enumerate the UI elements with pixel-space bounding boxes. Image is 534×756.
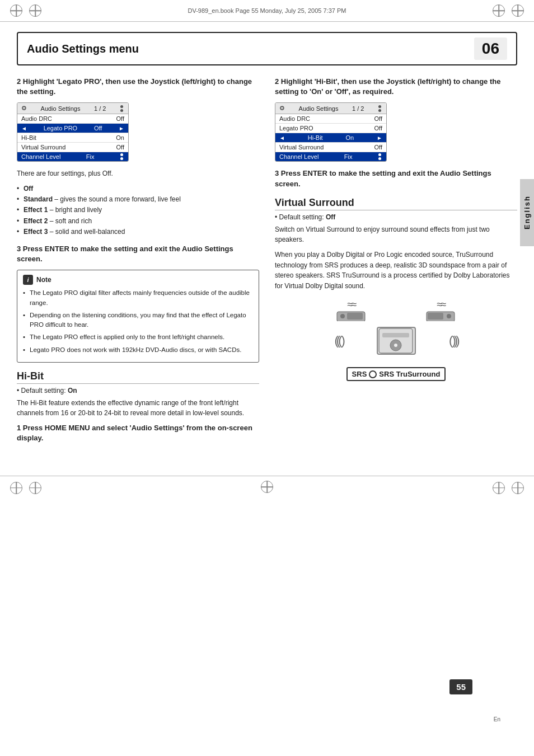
vs-dvd-player (377, 327, 416, 355)
setting-effect1: Effect 1 – bright and lively (17, 205, 259, 215)
table2-row-legatopro: Legato PRO Off (275, 124, 386, 133)
table2-title: Audio Settings (299, 105, 339, 112)
table1-scroll (120, 105, 124, 112)
srs-circle (369, 370, 377, 378)
setting-effect2: Effect 2 – soft and rich (17, 216, 259, 227)
note-icon: i (23, 275, 33, 285)
vs-speaker-left-top: ≈≈ (335, 299, 368, 321)
svg-rect-7 (382, 333, 409, 337)
table2-gear-icon: ⚙ (279, 105, 285, 112)
setting-effect3: Effect 3 – solid and well-balanced (17, 227, 259, 237)
note-box: i Note The Legato PRO digital filter aff… (17, 270, 259, 363)
vs-right-waves: ( ))) (449, 334, 457, 348)
audio-settings-table-2: ⚙ Audio Settings 1 / 2 Audio DRC Off Leg (275, 102, 387, 162)
table2-cl-label: Channel Level (279, 153, 318, 160)
table2-audiodrc-label: Audio DRC (279, 115, 310, 122)
speaker-body-right (425, 311, 456, 321)
note-2: Depending on the listening conditions, y… (23, 311, 253, 330)
table1-arrow-left: ◄ (21, 125, 27, 132)
table1-row-hibit: Hi-Bit On (17, 133, 128, 143)
note-label: Note (36, 276, 51, 284)
table1-title: Audio Settings (41, 105, 81, 112)
step3-right-heading: 3 Press ENTER to make the setting and ex… (275, 168, 517, 189)
table1-hibit-label: Hi-Bit (21, 134, 36, 141)
vs-speaker-right-top: ≈≈ (424, 299, 458, 321)
table2-arrow-right: ► (377, 135, 382, 141)
right-column: 2 Highlight 'Hi-Bit', then use the Joyst… (275, 77, 517, 448)
chapter-title: Audio Settings menu (27, 43, 139, 55)
srs-logo: SRS SRS TruSurround (346, 367, 446, 381)
vs-left-waves: ((( ) (335, 334, 343, 348)
table2-row-audiodrc: Audio DRC Off (275, 114, 386, 124)
table2-vs-label: Virtual Surround (279, 144, 324, 151)
table1-row-virtualsurround: Virtual Surround Off (17, 143, 128, 152)
top-bar: DV-989_en.book Page 55 Monday, July 25, … (0, 0, 534, 22)
corner-mark-tr2 (512, 4, 524, 17)
table1-cl-value: Fix (86, 153, 95, 160)
table1-header: ⚙ Audio Settings 1 / 2 (17, 103, 128, 114)
note-list: The Legato PRO digital filter affects ma… (23, 288, 253, 355)
table1-vs-value: Off (116, 144, 124, 151)
table1-page: 1 / 2 (94, 105, 106, 112)
table1-audiodrc-label: Audio DRC (21, 115, 52, 122)
vs-illustration: ≈≈ ≈≈ (329, 299, 463, 388)
corner-mark-bl2 (29, 482, 41, 494)
vs-body2: When you play a Dolby Digital or Pro Log… (275, 250, 517, 291)
page-number-container: 55 En (494, 715, 500, 722)
table2-scroll-bottom (378, 153, 382, 160)
file-info: DV-989_en.book Page 55 Monday, July 25, … (188, 7, 346, 14)
hibit-step1: 1 Press HOME MENU and select 'Audio Sett… (17, 423, 259, 443)
table1-scroll-bottom (120, 153, 124, 160)
hibit-heading: Hi-Bit (17, 370, 259, 384)
table1-arrow-right: ► (119, 125, 124, 132)
table2-row-virtualsurround: Virtual Surround Off (275, 143, 386, 152)
table1-row-legatopro: ◄ Legato PRO Off ► (17, 124, 128, 133)
table2-row-channellevel: Channel Level Fix (275, 152, 386, 161)
srs-trusurround-text: SRS TruSurround (379, 370, 440, 378)
corner-mark-tl2 (29, 4, 41, 17)
hibit-default: Default setting: On (17, 387, 259, 395)
step2-right-heading: 2 Highlight 'Hi-Bit', then use the Joyst… (275, 77, 517, 97)
note-4: Legato PRO does not work with 192kHz DVD… (23, 345, 253, 355)
svg-rect-5 (428, 313, 443, 320)
table1-hibit-value: On (116, 134, 124, 141)
table2-scroll (378, 105, 382, 112)
srs-text: SRS (352, 370, 367, 378)
svg-rect-4 (447, 314, 451, 318)
table2-header: ⚙ Audio Settings 1 / 2 (275, 103, 386, 114)
table2-legatopro-value: Off (374, 125, 382, 132)
setting-standard: Standard – gives the sound a more forwar… (17, 194, 259, 205)
table2-hibit-value: On (346, 134, 354, 141)
step3-left-heading: 3 Press ENTER to make the setting and ex… (17, 244, 259, 264)
corner-mark-br2 (512, 482, 524, 494)
table2-audiodrc-value: Off (374, 115, 382, 122)
srs-logo-container: SRS SRS TruSurround (346, 361, 446, 381)
table1-row-channellevel: Channel Level Fix (17, 152, 128, 161)
speaker-body-left (336, 311, 367, 321)
chapter-number: 06 (474, 37, 507, 60)
table1-row-audiodrc: Audio DRC Off (17, 114, 128, 124)
table1-cl-label: Channel Level (21, 153, 60, 160)
note-header: i Note (23, 275, 253, 285)
table2-hibit-label: Hi-Bit (308, 134, 323, 141)
svg-rect-2 (347, 313, 363, 320)
note-1: The Legato PRO digital filter affects ma… (23, 288, 253, 308)
vs-body1: Switch on Virtual Surround to enjoy surr… (275, 224, 517, 245)
vs-speakers-top: ≈≈ ≈≈ (335, 299, 458, 321)
settings-list: Off Standard – gives the sound a more fo… (17, 184, 259, 237)
vs-default: Default setting: Off (275, 213, 517, 221)
vs-center-row: ((( ) ( ))) (335, 327, 458, 355)
language-label: English (520, 179, 534, 246)
svg-rect-1 (340, 314, 345, 318)
page-lang: En (494, 716, 500, 722)
table1-vs-label: Virtual Surround (21, 144, 65, 151)
corner-mark-bl (10, 482, 22, 494)
table2-arrow-left: ◄ (279, 135, 285, 141)
chapter-header: Audio Settings menu 06 (17, 32, 517, 65)
dvd-player-svg (378, 327, 414, 354)
speaker-waves-right: ≈≈ (437, 299, 445, 311)
table1-gear-icon: ⚙ (21, 105, 27, 112)
settings-intro: There are four settings, plus Off. (17, 168, 259, 179)
table2-cl-value: Fix (344, 153, 353, 160)
audio-settings-table-1: ⚙ Audio Settings 1 / 2 Audio DRC Off ◄ (17, 102, 129, 162)
